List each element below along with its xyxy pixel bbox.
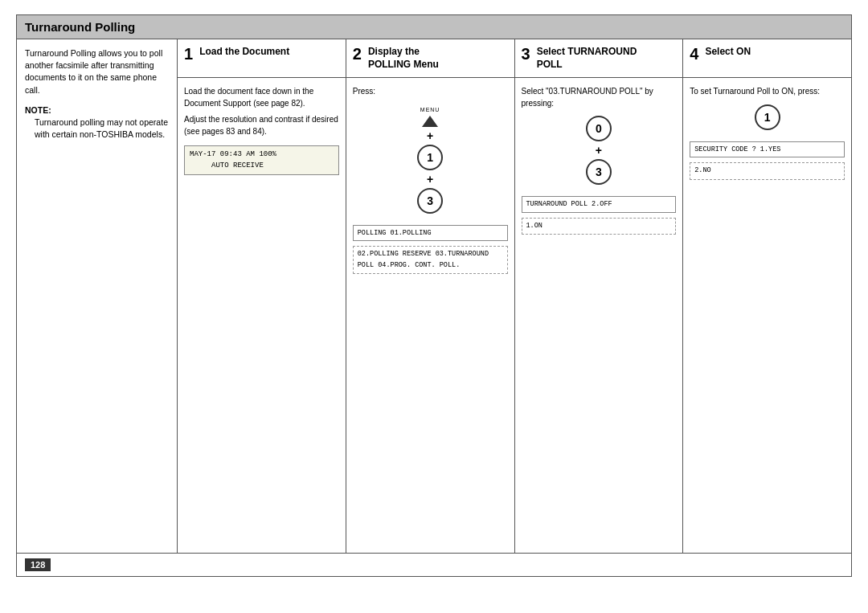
plus1: +: [427, 130, 433, 141]
step4-buttons: 1: [690, 101, 845, 133]
page-number: 128: [25, 558, 51, 571]
plus3: +: [596, 145, 602, 156]
note-label: NOTE:: [25, 104, 169, 116]
intro-description: Turnaround Polling allows you to poll an…: [25, 47, 169, 96]
step3-title: Select TURNAROUND POLL: [537, 46, 637, 71]
step2-lcd-solid: POLLING 01.POLLING: [353, 225, 508, 241]
btn-3: 3: [417, 188, 443, 214]
step1-content: Load the document face down in the Docum…: [178, 78, 346, 553]
step4-num: 4: [690, 46, 698, 62]
step1-title: Load the Document: [199, 46, 289, 59]
step2-lcd-dashed: 02.POLLING RESERVE 03.TURNAROUND POLL 04…: [353, 246, 508, 274]
plus2: +: [427, 174, 433, 185]
step4-header: 4 Select ON: [683, 39, 851, 77]
step2-header: 2 Display the POLLING Menu: [346, 39, 515, 77]
footer: 128: [16, 554, 852, 577]
btn-1: 1: [417, 145, 443, 170]
steps-content: Load the document face down in the Docum…: [178, 78, 851, 553]
step3-lcd-area: TURNAROUND POLL 2.OFF 1.ON: [522, 196, 677, 235]
btn-1b: 1: [755, 104, 780, 130]
steps-area: 1 Load the Document 2 Display the POLLIN…: [178, 39, 851, 553]
step3-num: 3: [522, 46, 530, 62]
step4-lcd-solid: SECURITY CODE ? 1.YES: [690, 141, 845, 157]
step1-header: 1 Load the Document: [178, 39, 346, 77]
menu-button-area: MENU: [420, 106, 440, 129]
step2-title: Display the POLLING Menu: [368, 46, 439, 71]
step3-header: 3 Select TURNAROUND POLL: [515, 39, 684, 77]
btn-3b: 3: [586, 159, 612, 185]
step3-buttons: 0 + 3: [522, 112, 677, 188]
step1-instruction2: Adjust the resolution and contrast if de…: [184, 114, 339, 137]
step1-num: 1: [184, 46, 193, 62]
step3-content: Select "03.TURNAROUND POLL" by pressing:…: [515, 78, 684, 553]
step4-lcd-dashed: 2.NO: [690, 162, 845, 180]
step4-instructions: To set Turnaround Poll to ON, press:: [690, 86, 845, 98]
intro-panel: Turnaround Polling allows you to poll an…: [17, 39, 178, 553]
step4-content: To set Turnaround Poll to ON, press: 1 S…: [683, 78, 851, 553]
step2-buttons: MENU + 1 + 3: [353, 101, 508, 217]
note-text: Turnaround polling may not operate with …: [25, 116, 169, 141]
step3-instructions: Select "03.TURNAROUND POLL" by pressing:: [522, 86, 677, 109]
step1-lcd: MAY-17 09:43 AM 100% AUTO RECEIVE: [184, 145, 339, 175]
step1-instruction1: Load the document face down in the Docum…: [184, 86, 339, 109]
btn-0: 0: [586, 116, 612, 141]
step4-title: Select ON: [705, 46, 751, 59]
step2-num: 2: [353, 46, 362, 62]
step2-press-label: Press:: [353, 86, 508, 98]
step3-lcd-dashed: 1.ON: [522, 218, 677, 235]
page: Turnaround Polling Turnaround Polling al…: [0, 0, 868, 613]
step3-lcd-solid: TURNAROUND POLL 2.OFF: [522, 196, 677, 212]
page-title: Turnaround Polling: [16, 14, 852, 39]
step2-content: Press: MENU + 1 + 3 POLLING: [346, 78, 515, 553]
step2-lcd-area: POLLING 01.POLLING 02.POLLING RESERVE 03…: [353, 225, 508, 275]
menu-label: MENU: [420, 106, 440, 114]
steps-header: 1 Load the Document 2 Display the POLLIN…: [178, 39, 851, 78]
step4-lcd-area: SECURITY CODE ? 1.YES 2.NO: [690, 141, 845, 180]
menu-arrow-icon: [422, 116, 438, 127]
